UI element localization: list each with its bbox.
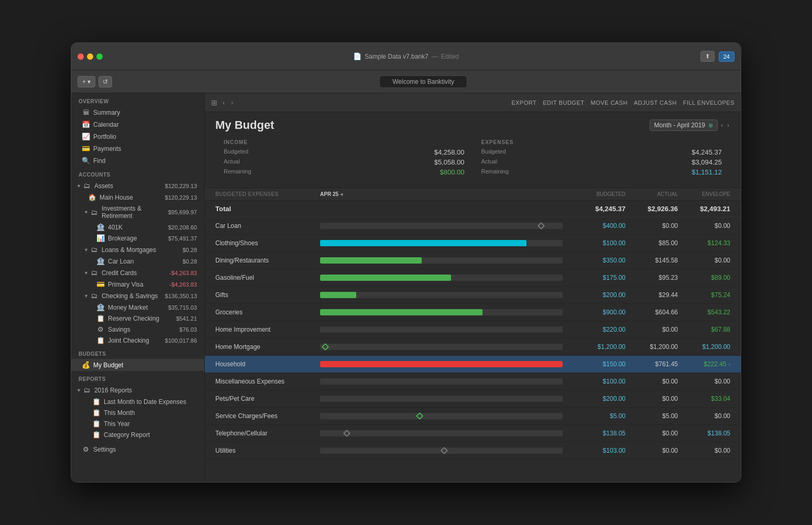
- sidebar-child-mainhouse[interactable]: 🏠 Main House $120,229.13: [71, 192, 204, 203]
- 2016reports-chevron: ▼: [76, 388, 81, 393]
- sidebar-child-reservechecking[interactable]: 📋 Reserve Checking $541.21: [71, 313, 204, 324]
- nav-back-arrow[interactable]: ‹: [223, 99, 225, 106]
- sidebar-child-lastmonth[interactable]: 📋 Last Month to Date Expenses: [71, 396, 204, 407]
- file-name: Sample Data v7.bank7: [365, 53, 428, 60]
- sidebar-item-find[interactable]: 🔍 Find: [71, 155, 204, 167]
- row-actual: $5.00: [626, 412, 678, 420]
- mainhouse-value: $120,229.13: [165, 194, 197, 201]
- table-row[interactable]: Gasoline/Fuel $175.00 $95.23 $89.00: [205, 269, 741, 287]
- mybudget-icon: 💰: [82, 361, 90, 369]
- sidebar-child-carloan[interactable]: 🏦 Car Loan $0.28: [71, 256, 204, 267]
- thismonth-icon: 📋: [92, 409, 101, 417]
- sidebar-item-payments[interactable]: 💳 Payments: [71, 143, 204, 155]
- refresh-button[interactable]: ↺: [98, 76, 112, 88]
- portfolio-icon: 📈: [82, 133, 90, 140]
- table-row[interactable]: Telephone/Cellular $138.05 $0.00 $138.05: [205, 425, 741, 442]
- month-prev-arrow[interactable]: ‹: [721, 122, 723, 129]
- mainhouse-icon: 🏠: [88, 193, 96, 201]
- row-actual: $0.00: [626, 326, 678, 333]
- sidebar-group-investments[interactable]: ▼ 🗂 Investments & Retirement $95,699.97: [71, 203, 204, 222]
- sidebar-child-brokerage[interactable]: 📊 Brokerage $75,491.37: [71, 233, 204, 244]
- summary-label: Summary: [93, 109, 197, 116]
- table-row[interactable]: Gifts $200.00 $29.44 $75.24: [205, 287, 741, 304]
- sidebar-child-401k[interactable]: 🏦 401K $20,208.60: [71, 222, 204, 233]
- nav-forward-arrow[interactable]: ›: [231, 99, 233, 106]
- table-row[interactable]: Utilities $103.00 $0.00 $0.00: [205, 442, 741, 460]
- table-row[interactable]: Clothing/Shoes $100.00 $85.00 $124.33: [205, 235, 741, 252]
- sidebar-child-jointchecking[interactable]: 📋 Joint Checking $100,017.86: [71, 335, 204, 346]
- thisyear-label: This Year: [104, 420, 197, 428]
- month-dropdown-icon: ⊕: [708, 122, 713, 129]
- payments-label: Payments: [93, 145, 197, 152]
- share-button[interactable]: ⬆: [700, 51, 715, 62]
- row-bar: [320, 342, 563, 352]
- table-row[interactable]: Service Charges/Fees $5.00 $5.00 $0.00: [205, 408, 741, 425]
- sidebar-item-portfolio[interactable]: 📈 Portfolio: [71, 130, 204, 143]
- table-row[interactable]: Dining/Restaurants $350.00 $145.58 $0.00: [205, 252, 741, 269]
- categoryreport-icon: 📋: [92, 431, 101, 439]
- move-cash-button[interactable]: MOVE CASH: [590, 100, 628, 106]
- export-button[interactable]: EXPORT: [511, 100, 536, 106]
- sidebar-child-savings[interactable]: ⚙ Savings $76.03: [71, 324, 204, 335]
- sidebar-group-loans[interactable]: ▼ 🗂 Loans & Mortgages $0.28: [71, 244, 204, 256]
- sidebar-item-summary[interactable]: 🏛 Summary: [71, 106, 204, 118]
- assets-label: Assets: [94, 182, 163, 190]
- traffic-lights: [78, 53, 103, 60]
- jointchecking-label: Joint Checking: [108, 337, 162, 344]
- table-row[interactable]: Groceries $900.00 $604.66 $543.22: [205, 304, 741, 321]
- sidebar-group-2016reports[interactable]: ▼ 🗂 2016 Reports: [71, 384, 204, 396]
- badge-button[interactable]: 24: [719, 51, 734, 62]
- income-remaining-value: $800.00: [440, 168, 465, 176]
- sidebar-child-primaryvisa[interactable]: 💳 Primary Visa -$4,263.83: [71, 279, 204, 290]
- income-budgeted-label: Budgeted: [224, 148, 248, 156]
- col-actual-header: ACTUAL: [626, 191, 678, 197]
- budget-header: My Budget Month - April 2019 ⊕ ‹ ›: [205, 112, 741, 136]
- creditcards-label: Credit Cards: [102, 269, 167, 277]
- edit-budget-button[interactable]: EDIT BUDGET: [543, 100, 584, 106]
- table-row[interactable]: Car Loan $400.00 $0.00 $0.00: [205, 217, 741, 235]
- sidebar-group-assets[interactable]: ▼ 🗂 Assets $120,229.13: [71, 180, 204, 192]
- month-select[interactable]: Month - April 2019 ⊕: [650, 119, 718, 131]
- table-row[interactable]: Household $150.00 $761.45 $222.45›: [205, 356, 741, 373]
- portfolio-label: Portfolio: [93, 133, 197, 140]
- assets-chevron: ▼: [76, 183, 81, 189]
- sidebar-child-thismonth[interactable]: 📋 This Month: [71, 407, 204, 418]
- edited-label: —: [432, 53, 438, 60]
- thismonth-label: This Month: [104, 409, 197, 417]
- table-row[interactable]: Home Improvement $220.00 $0.00 $67.88: [205, 321, 741, 338]
- row-name: Pets/Pet Care: [215, 395, 320, 402]
- row-actual: $0.00: [626, 378, 678, 385]
- sidebar-item-calendar[interactable]: 📅 Calendar: [71, 118, 204, 130]
- table-row[interactable]: Home Mortgage $1,200.00 $1,200.00 $1,200…: [205, 338, 741, 356]
- sidebar-child-categoryreport[interactable]: 📋 Category Report: [71, 429, 204, 440]
- primaryvisa-label: Primary Visa: [108, 281, 166, 288]
- creditcards-value: -$4,263.83: [169, 270, 197, 276]
- expenses-remaining-row: Remaining $1,151.12: [481, 168, 722, 176]
- sidebar-child-thisyear[interactable]: 📋 This Year: [71, 418, 204, 429]
- budget-table: BUDGETED EXPENSES APR 25 ◂ BUDGETED ACTU…: [205, 188, 741, 482]
- fill-envelopes-button[interactable]: FILL ENVELOPES: [683, 100, 734, 106]
- panel-toggle-icon[interactable]: ⊞: [211, 99, 217, 107]
- close-button[interactable]: [78, 53, 84, 60]
- primaryvisa-icon: 💳: [96, 280, 105, 288]
- sidebar-group-checking[interactable]: ▼ 🗂 Checking & Savings $136,350.13: [71, 290, 204, 302]
- row-name: Home Mortgage: [215, 343, 320, 351]
- sidebar-item-mybudget[interactable]: 💰 My Budget: [71, 359, 204, 371]
- moneymarket-icon: 🏦: [96, 303, 105, 311]
- row-envelope: $33.04: [678, 395, 730, 402]
- sidebar-item-settings[interactable]: ⚙ Settings: [71, 443, 204, 455]
- table-row[interactable]: Miscellaneous Expenses $100.00 $0.00 $0.…: [205, 373, 741, 390]
- adjust-cash-button[interactable]: ADJUST CASH: [634, 100, 677, 106]
- sidebar-child-moneymarket[interactable]: 🏦 Money Market $35,715.03: [71, 302, 204, 313]
- row-budgeted: $100.00: [563, 239, 626, 247]
- maximize-button[interactable]: [96, 53, 103, 60]
- row-bar: [320, 221, 563, 231]
- row-budgeted: $100.00: [563, 378, 626, 385]
- toolbar-actions: EXPORT EDIT BUDGET MOVE CASH ADJUST CASH…: [511, 100, 734, 106]
- sidebar-group-creditcards[interactable]: ▼ 🗂 Credit Cards -$4,263.83: [71, 267, 204, 279]
- add-button[interactable]: + ▾: [78, 76, 95, 88]
- table-row[interactable]: Pets/Pet Care $200.00 $0.00 $33.04: [205, 390, 741, 408]
- minimize-button[interactable]: [87, 53, 93, 60]
- toolbar: + ▾ ↺ Welcome to Banktivity: [71, 70, 741, 93]
- month-next-arrow[interactable]: ›: [727, 122, 729, 129]
